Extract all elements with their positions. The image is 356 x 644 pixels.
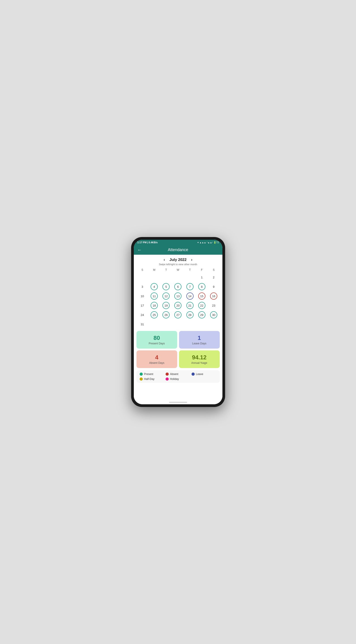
- cal-day-18[interactable]: 18: [151, 302, 158, 309]
- cal-cell-2-1: 11: [148, 292, 160, 300]
- cal-cell-2-2: 12: [160, 292, 172, 300]
- cal-cell-1-2: 5: [160, 282, 172, 291]
- cal-day-29[interactable]: 29: [198, 311, 205, 318]
- present-label: Present: [144, 372, 153, 376]
- stat-absent-label: Absent Days: [139, 361, 175, 364]
- cal-day-27[interactable]: 27: [174, 311, 181, 318]
- cal-day-15[interactable]: 15: [198, 292, 205, 300]
- halfday-dot: [140, 378, 143, 380]
- week-row-2: 10111213141516: [137, 292, 220, 300]
- calendar-subtitle: Swipe left/right to view other month: [137, 263, 220, 266]
- stat-present-label: Present Days: [139, 342, 175, 345]
- cal-day-26[interactable]: 26: [162, 311, 170, 318]
- status-icons: ✦ ▲▲▲ ᵛ▲▲ᵛ 🔋73: [197, 241, 219, 244]
- cal-day-4[interactable]: 4: [151, 283, 158, 290]
- cal-cell-3-4: 21: [184, 301, 196, 310]
- cal-cell-2-6: 16: [208, 292, 219, 300]
- cal-day-25[interactable]: 25: [151, 311, 158, 318]
- cal-cell-3-0: 17: [137, 301, 148, 310]
- day-header-m: M: [148, 268, 160, 272]
- stat-leave-label: Leave Days: [182, 342, 217, 345]
- day-header-w: W: [172, 268, 184, 272]
- cal-day-16[interactable]: 16: [210, 292, 217, 300]
- cal-cell-5-5: [196, 320, 208, 329]
- cal-cell-2-4: 14: [184, 292, 196, 300]
- cal-cell-1-3: 6: [172, 282, 184, 291]
- stat-leave-value: 1: [182, 334, 217, 342]
- day-header-s1: S: [137, 268, 148, 272]
- cal-day-2[interactable]: 2: [210, 274, 217, 281]
- cal-day-20[interactable]: 20: [174, 302, 181, 309]
- cal-cell-4-3: 27: [172, 310, 184, 319]
- status-time: 1:17 PM | 0.4KB/s: [137, 241, 158, 244]
- cal-day-14[interactable]: 14: [186, 292, 194, 300]
- cal-day-10[interactable]: 10: [139, 292, 146, 300]
- cal-cell-5-0: 31: [137, 320, 148, 329]
- day-header-t2: T: [184, 268, 196, 272]
- status-bar: 1:17 PM | 0.4KB/s ✦ ▲▲▲ ᵛ▲▲ᵛ 🔋73: [134, 240, 222, 245]
- cal-day-1[interactable]: 1: [198, 274, 205, 281]
- stats-grid: 80 Present Days 1 Leave Days 4 Absent Da…: [137, 331, 220, 368]
- stat-present-value: 80: [139, 334, 175, 342]
- cal-cell-5-6: [208, 320, 219, 329]
- next-month-button[interactable]: ›: [191, 258, 192, 262]
- cal-day-28[interactable]: 28: [186, 311, 194, 318]
- stat-absent: 4 Absent Days: [137, 350, 177, 368]
- back-button[interactable]: ←: [137, 247, 142, 252]
- calendar-header: ‹ July 2022 ›: [137, 255, 220, 263]
- main-content: ‹ July 2022 › Swipe left/right to view o…: [134, 255, 222, 400]
- cal-cell-0-5: 1: [196, 273, 208, 282]
- week-row-0: 12: [137, 273, 220, 282]
- cal-day-13[interactable]: 13: [174, 292, 181, 300]
- cal-cell-1-5: 8: [196, 282, 208, 291]
- cal-cell-0-6: 2: [208, 273, 219, 282]
- cal-day-5[interactable]: 5: [162, 283, 170, 290]
- cal-cell-2-0: 10: [137, 292, 148, 300]
- cal-day-9[interactable]: 9: [210, 283, 217, 290]
- cal-day-7[interactable]: 7: [186, 283, 194, 290]
- stat-annual: 94.12 Annual %age: [179, 350, 220, 368]
- leave-dot: [192, 372, 195, 376]
- day-header-s2: S: [208, 268, 219, 272]
- cal-day-31[interactable]: 31: [139, 321, 146, 328]
- cal-day-17[interactable]: 17: [139, 302, 146, 309]
- cal-cell-0-4: [184, 273, 196, 282]
- calendar-weeks: 1234567891011121314151617181920212223242…: [137, 273, 220, 329]
- absent-dot: [166, 372, 169, 376]
- legend-leave: Leave: [192, 372, 217, 376]
- cal-day-23[interactable]: 23: [210, 302, 217, 309]
- cal-cell-2-5: 15: [196, 292, 208, 300]
- cal-cell-5-3: [172, 320, 184, 329]
- legend-holiday: Holiday: [166, 378, 191, 380]
- legend-absent: Absent: [166, 372, 191, 376]
- cal-cell-5-1: [148, 320, 160, 329]
- cal-day-22[interactable]: 22: [198, 302, 205, 309]
- cal-day-12[interactable]: 12: [162, 292, 170, 300]
- legend: Present Absent Leave Half-Day Holiday: [137, 370, 220, 383]
- cal-day-11[interactable]: 11: [151, 292, 158, 300]
- leave-label: Leave: [196, 372, 203, 376]
- cal-cell-3-1: 18: [148, 301, 160, 310]
- cal-cell-1-1: 4: [148, 282, 160, 291]
- cal-day-19[interactable]: 19: [162, 302, 170, 309]
- stat-present: 80 Present Days: [137, 331, 177, 348]
- cal-day-6[interactable]: 6: [174, 283, 181, 290]
- home-bar: [169, 402, 187, 403]
- holiday-label: Holiday: [170, 378, 179, 380]
- calendar-grid: S M T W T F S 12345678910111213141516171…: [137, 268, 220, 329]
- cal-cell-1-0: 3: [137, 282, 148, 291]
- cal-cell-0-0: [137, 273, 148, 282]
- week-row-1: 3456789: [137, 282, 220, 291]
- cal-cell-1-4: 7: [184, 282, 196, 291]
- cal-day-30[interactable]: 30: [210, 311, 217, 318]
- cal-cell-3-3: 20: [172, 301, 184, 310]
- halfday-label: Half-Day: [144, 378, 155, 380]
- cal-cell-4-0: 24: [137, 310, 148, 319]
- cal-day-21[interactable]: 21: [186, 302, 194, 309]
- stat-annual-label: Annual %age: [182, 361, 217, 364]
- cal-day-8[interactable]: 8: [198, 283, 205, 290]
- cal-day-3[interactable]: 3: [139, 283, 146, 290]
- cal-cell-1-6: 9: [208, 282, 219, 291]
- prev-month-button[interactable]: ‹: [164, 258, 165, 262]
- cal-day-24[interactable]: 24: [139, 311, 146, 318]
